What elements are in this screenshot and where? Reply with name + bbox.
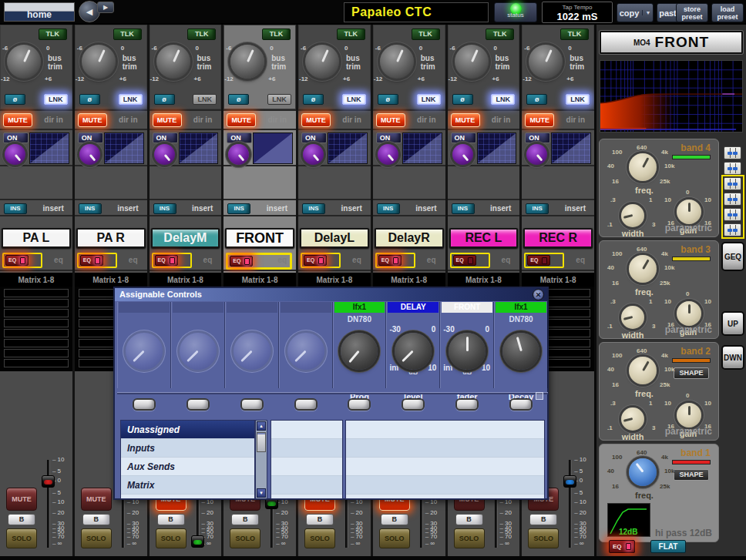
up-button[interactable]: UP <box>721 311 744 336</box>
dynamics-knob[interactable] <box>154 144 175 165</box>
dynamics-display[interactable] <box>29 132 69 164</box>
assign-button[interactable] <box>455 398 479 411</box>
gain-knob[interactable] <box>677 200 701 224</box>
insert-button[interactable]: INS <box>153 203 176 214</box>
fader-cap[interactable] <box>191 535 204 548</box>
copy-button[interactable]: copy▼ <box>617 3 654 22</box>
next-page-button[interactable]: ▶ <box>97 2 114 13</box>
channel-name[interactable]: DelayR <box>375 228 444 248</box>
phase-button[interactable]: ø <box>5 94 25 105</box>
list-item[interactable]: Unassigned <box>121 421 254 439</box>
fader-bank-button[interactable] <box>724 223 741 236</box>
freq-knob[interactable] <box>629 153 657 181</box>
dynamics-display[interactable] <box>179 132 219 164</box>
load-preset-button[interactable]: loadpreset <box>711 3 744 22</box>
mute-button[interactable]: MUTE <box>376 113 405 127</box>
solo-button[interactable]: SOLO <box>528 528 559 548</box>
talkback-button[interactable]: TLK <box>262 29 291 40</box>
eq-button[interactable]: EQ <box>155 255 178 266</box>
geq-button[interactable]: GEQ <box>721 242 744 271</box>
freq-knob[interactable] <box>629 458 657 486</box>
eq-button[interactable]: EQ <box>5 255 29 266</box>
talkback-button[interactable]: TLK <box>560 29 589 40</box>
dynamics-knob[interactable] <box>378 144 398 165</box>
bus-trim-knob[interactable] <box>455 45 489 79</box>
talkback-button[interactable]: TLK <box>486 29 514 40</box>
solo-button[interactable]: SOLO <box>6 528 37 548</box>
channel-name[interactable]: REC R <box>523 228 593 248</box>
eq-button[interactable]: EQ <box>453 255 476 266</box>
b-button[interactable]: B <box>8 514 35 525</box>
fader-cap[interactable] <box>563 475 576 488</box>
channel-name[interactable]: DelayL <box>300 228 369 248</box>
talkback-button[interactable]: TLK <box>187 29 216 40</box>
assign-button[interactable] <box>509 398 533 411</box>
eq-button[interactable]: EQ <box>378 255 402 266</box>
channel-name[interactable]: DelayM <box>151 228 220 248</box>
fader-track[interactable] <box>569 460 571 548</box>
width-knob[interactable] <box>621 407 644 431</box>
link-button[interactable]: LNK <box>193 94 217 105</box>
b-button[interactable]: B <box>529 514 557 525</box>
link-button[interactable]: LNK <box>417 94 441 105</box>
channel-name[interactable]: PA L <box>2 228 71 248</box>
talkback-button[interactable]: TLK <box>337 29 365 40</box>
insert-button[interactable]: INS <box>4 203 27 214</box>
b-button[interactable]: B <box>231 514 259 525</box>
dynamics-display[interactable] <box>402 132 442 164</box>
b-button[interactable]: B <box>455 514 483 525</box>
b-button[interactable]: B <box>381 514 408 525</box>
link-button[interactable]: LNK <box>566 94 590 105</box>
solo-button[interactable]: SOLO <box>230 528 260 548</box>
fader-mute-button[interactable]: MUTE <box>81 488 112 511</box>
matrix-slot[interactable] <box>4 339 69 347</box>
fader-bank-button[interactable] <box>724 146 741 159</box>
eq-button[interactable]: EQ <box>230 256 253 267</box>
matrix-slot[interactable] <box>4 319 69 327</box>
fader-cap[interactable] <box>42 475 55 488</box>
channel-name[interactable]: FRONT <box>225 228 294 248</box>
assign-knob[interactable] <box>449 333 486 370</box>
dynamics-knob[interactable] <box>228 144 249 165</box>
dynamics-knob[interactable] <box>79 144 100 165</box>
assign-button[interactable] <box>240 398 264 411</box>
scroll-down-button[interactable]: ▼ <box>257 488 266 498</box>
assign-button[interactable] <box>348 398 371 411</box>
fader-bank-button[interactable] <box>724 193 741 206</box>
insert-button[interactable]: INS <box>302 203 325 214</box>
assign-button[interactable] <box>294 398 318 411</box>
dialog-corner-checkbox[interactable] <box>536 392 543 400</box>
assign-button[interactable] <box>186 398 210 411</box>
fader-bank-button[interactable] <box>724 162 741 175</box>
list-item[interactable]: Aux Rtns <box>121 495 254 499</box>
insert-button[interactable]: INS <box>452 203 475 214</box>
matrix-slot[interactable] <box>4 309 69 317</box>
assign-knob[interactable] <box>502 333 539 370</box>
bus-trim-knob[interactable] <box>230 45 264 79</box>
gain-knob[interactable] <box>677 403 701 428</box>
list-item[interactable]: Matrix <box>121 476 254 495</box>
dynamics-knob[interactable] <box>526 144 547 165</box>
phase-button[interactable]: ø <box>303 94 324 105</box>
phase-button[interactable]: ø <box>378 94 398 105</box>
status-button[interactable]: status <box>494 2 537 22</box>
mute-button[interactable]: MUTE <box>153 113 182 127</box>
width-knob[interactable] <box>621 306 644 329</box>
fader-bank-button[interactable] <box>724 208 741 221</box>
bus-trim-knob[interactable] <box>156 45 190 79</box>
solo-button[interactable]: SOLO <box>156 528 186 548</box>
flat-button[interactable]: FLAT <box>650 540 686 553</box>
b-button[interactable]: B <box>306 514 334 525</box>
mute-button[interactable]: MUTE <box>525 113 554 127</box>
matrix-slot[interactable] <box>4 299 69 307</box>
insert-button[interactable]: INS <box>526 203 549 214</box>
b-button[interactable]: B <box>157 514 185 525</box>
dynamics-knob[interactable] <box>303 144 324 165</box>
link-button[interactable]: LNK <box>119 94 143 105</box>
insert-button[interactable]: INS <box>377 203 400 214</box>
assign-knob[interactable] <box>180 333 217 370</box>
bus-trim-knob[interactable] <box>529 45 563 79</box>
eq-button[interactable]: EQ <box>527 255 550 266</box>
matrix-slot[interactable] <box>4 329 69 337</box>
dynamics-knob[interactable] <box>5 144 25 165</box>
